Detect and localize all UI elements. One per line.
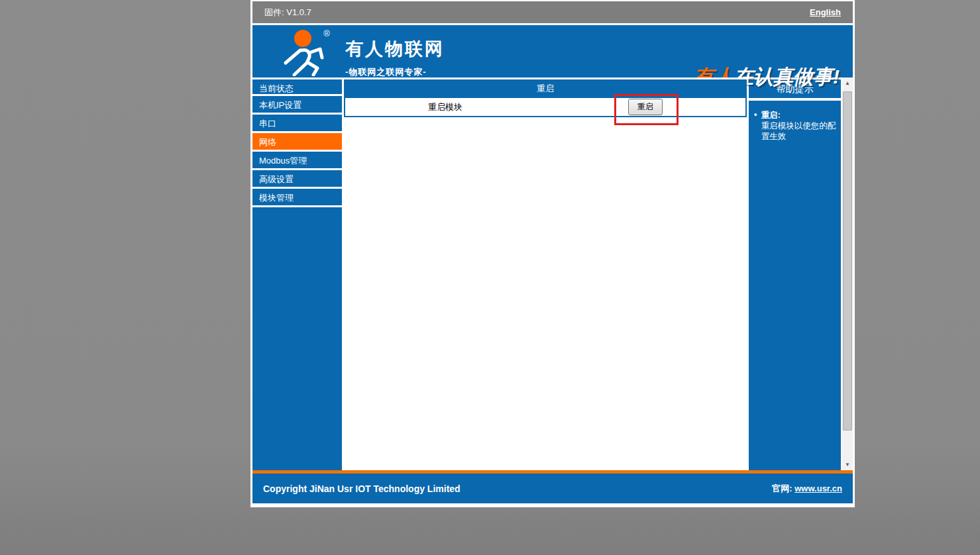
reboot-row: 重启模块 重启 — [344, 98, 747, 117]
scroll-up-arrow-icon[interactable]: ▲ — [842, 77, 853, 89]
reboot-button-cell: 重启 — [545, 99, 745, 115]
help-panel: 帮助提示 • 重启: 重启模块以使您的配置生效 — [749, 77, 841, 470]
brand-header: ® 有人物联网 -物联网之联网专家- 有人在认真做事! — [252, 25, 853, 77]
sidebar-item-module-manage[interactable]: 模块管理 — [252, 189, 342, 207]
firmware-version: 固件: V1.0.7 — [264, 7, 311, 19]
reboot-module-label: 重启模块 — [428, 101, 463, 113]
main-content: 重启 重启模块 重启 — [344, 77, 747, 470]
page-footer: Copyright JiNan Usr IOT Technology Limit… — [252, 474, 853, 503]
copyright-text: Copyright JiNan Usr IOT Technology Limit… — [263, 483, 461, 494]
slogan-rest: 在认真做事! — [734, 66, 840, 87]
site-label: 官网: — [772, 483, 792, 493]
usr-runner-logo-icon: ® — [279, 28, 336, 76]
sidebar-item-modbus[interactable]: Modbus管理 — [252, 152, 342, 170]
reboot-button[interactable]: 重启 — [628, 99, 663, 115]
scroll-down-arrow-icon[interactable]: ▼ — [842, 459, 853, 470]
sidebar-item-advanced[interactable]: 高级设置 — [252, 170, 342, 189]
bullet-icon: • — [754, 110, 761, 142]
sidebar-item-current-status[interactable]: 当前状态 — [252, 77, 342, 96]
sidebar-item-serial-port[interactable]: 串口 — [252, 115, 342, 133]
sidebar-nav: 当前状态 本机IP设置 串口 网络 Modbus管理 高级设置 模块管理 — [252, 77, 342, 470]
page-body: 当前状态 本机IP设置 串口 网络 Modbus管理 高级设置 模块管理 重启 … — [252, 77, 853, 470]
browser-page: 固件: V1.0.7 English ® 有人物联网 -物联网之联网专家- 有人… — [250, 0, 855, 507]
topbar: 固件: V1.0.7 English — [252, 1, 853, 23]
brand-subtitle: -物联网之联网专家- — [345, 66, 445, 78]
reboot-panel-title: 重启 — [344, 79, 747, 98]
help-term: 重启: — [761, 110, 837, 121]
scrollbar-thumb[interactable] — [843, 91, 852, 430]
desktop-background: { "topbar": { "firmware": "固件: V1.0.7", … — [0, 0, 980, 555]
help-panel-body: • 重启: 重启模块以使您的配置生效 — [749, 101, 841, 470]
scrollbar-track[interactable] — [842, 89, 853, 459]
help-item-reboot: • 重启: 重启模块以使您的配置生效 — [754, 110, 837, 142]
sidebar-item-local-ip[interactable]: 本机IP设置 — [252, 96, 342, 115]
vertical-scrollbar[interactable]: ▲ ▼ — [842, 77, 853, 470]
sidebar-menu: 当前状态 本机IP设置 串口 网络 Modbus管理 高级设置 模块管理 — [252, 77, 342, 207]
official-site: 官网: www.usr.cn — [772, 483, 842, 495]
usr-website-link[interactable]: www.usr.cn — [794, 483, 842, 493]
brand-text: 有人物联网 -物联网之联网专家- — [345, 37, 445, 78]
svg-text:®: ® — [323, 28, 330, 38]
help-item-text: 重启: 重启模块以使您的配置生效 — [761, 110, 837, 142]
brand-title: 有人物联网 — [345, 37, 445, 61]
sidebar-item-network[interactable]: 网络 — [252, 133, 342, 152]
help-description: 重启模块以使您的配置生效 — [761, 121, 837, 142]
english-language-link[interactable]: English — [810, 7, 841, 17]
reboot-label-cell: 重启模块 — [345, 101, 545, 113]
